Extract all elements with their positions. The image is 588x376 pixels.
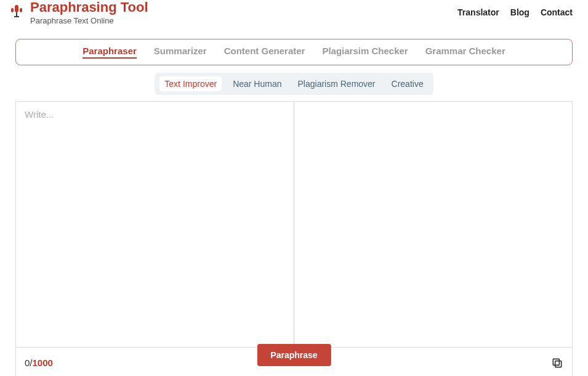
nav-contact[interactable]: Contact	[541, 7, 573, 17]
svg-rect-0	[15, 5, 18, 12]
brand: Paraphrasing Tool Paraphrase Text Online	[9, 0, 148, 25]
editor-area	[15, 101, 573, 348]
brand-subtitle: Paraphrase Text Online	[30, 16, 148, 25]
paraphrase-button[interactable]: Paraphrase	[257, 344, 331, 366]
tab-near-human[interactable]: Near Human	[228, 76, 286, 91]
counter-max: 1000	[33, 358, 53, 368]
input-textarea[interactable]	[16, 102, 294, 347]
svg-rect-5	[555, 361, 562, 367]
tabs-main: Paraphraser Summarizer Content Generater…	[15, 39, 573, 65]
tabs-sub-wrap: Text Improver Near Human Plagiarism Remo…	[0, 73, 588, 95]
tabs-sub: Text Improver Near Human Plagiarism Remo…	[155, 73, 433, 95]
footer-bar: 0/1000 Paraphrase	[15, 348, 573, 376]
editor-input-pane	[16, 102, 294, 347]
tab-plagiarism-remover[interactable]: Plagiarism Remover	[293, 76, 381, 91]
editor-output-pane	[294, 102, 572, 347]
nav-blog[interactable]: Blog	[510, 7, 530, 17]
tab-content-generater[interactable]: Content Generater	[224, 46, 305, 59]
svg-rect-2	[20, 8, 22, 12]
nav-translator[interactable]: Translator	[457, 7, 499, 17]
svg-rect-1	[11, 8, 14, 12]
copy-icon[interactable]	[551, 357, 563, 369]
char-counter: 0/1000	[25, 358, 53, 368]
header: Paraphrasing Tool Paraphrase Text Online…	[0, 0, 588, 31]
svg-rect-6	[553, 359, 559, 365]
tab-creative[interactable]: Creative	[387, 76, 429, 91]
tab-grammar-checker[interactable]: Grammar Checker	[425, 46, 505, 59]
tab-plagiarism-checker[interactable]: Plagiarsim Checker	[322, 46, 408, 59]
logo-icon	[9, 2, 24, 21]
brand-title: Paraphrasing Tool	[30, 0, 148, 15]
tab-summarizer[interactable]: Summarizer	[154, 46, 207, 59]
tab-paraphraser[interactable]: Paraphraser	[83, 46, 137, 59]
tab-text-improver[interactable]: Text Improver	[159, 76, 222, 91]
nav-links: Translator Blog Contact	[457, 7, 573, 17]
